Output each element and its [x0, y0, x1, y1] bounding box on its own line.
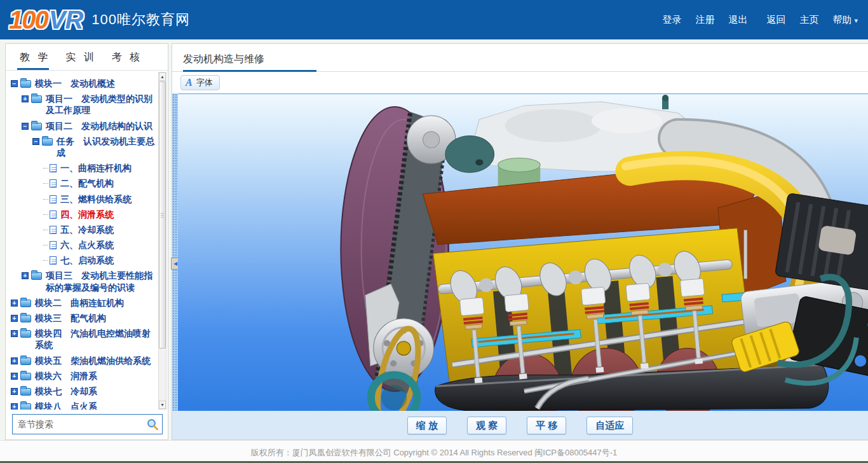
tree-item-4[interactable]: 一、曲柄连杆机构: [6, 160, 158, 176]
document-icon: [50, 195, 57, 204]
tree-item-label: 六、点火系统: [60, 239, 156, 251]
tree-item-label: 模块五 柴油机燃油供给系统: [35, 355, 156, 366]
tree-item-label: 模块三 配气机构: [35, 312, 156, 324]
tree-item-label: 项目一 发动机类型的识别及工作原理: [46, 93, 156, 116]
tree-scrollbar[interactable]: ▲ ▼: [158, 72, 166, 410]
folder-icon: [31, 272, 42, 280]
tree-guide-line: [43, 177, 48, 184]
document-icon: [50, 164, 57, 172]
tree-item-1[interactable]: +项目一 发动机类型的识别及工作原理: [6, 91, 158, 118]
expand-icon[interactable]: +: [11, 300, 18, 307]
sidebar-tab-0[interactable]: 教 学: [12, 44, 58, 70]
folder-icon: [20, 80, 31, 88]
expand-icon[interactable]: +: [11, 403, 18, 410]
collapse-icon[interactable]: −: [11, 80, 18, 87]
document-icon: [50, 211, 57, 219]
folder-icon: [20, 300, 31, 307]
header-nav: 登录注册退出返回主页帮助▾: [648, 14, 858, 26]
folder-icon: [20, 357, 31, 365]
tree-item-label: 项目三 发动机主要性能指标的掌握及编号的识读: [46, 270, 156, 293]
tree-guide-line: [43, 254, 48, 261]
collapse-icon[interactable]: −: [32, 138, 39, 145]
expand-icon[interactable]: +: [22, 95, 29, 102]
nav-item-1[interactable]: 注册: [695, 14, 714, 26]
tree-item-14[interactable]: +模块四 汽油机电控燃油喷射系统: [6, 326, 158, 352]
sidebar-splitter[interactable]: ◀: [172, 93, 178, 411]
tree-item-label: 三、燃料供给系统: [60, 193, 156, 205]
expand-icon[interactable]: +: [11, 388, 18, 395]
nav-item-5[interactable]: 帮助▾: [832, 14, 858, 26]
tree-item-7[interactable]: 四、润滑系统: [6, 207, 158, 222]
nav-item-2[interactable]: 退出: [728, 14, 747, 26]
nav-item-4[interactable]: 主页: [799, 14, 818, 26]
page-footer: 版权所有：厦门凤凰创壹软件有限公司 Copyright © 2014 All R…: [0, 440, 868, 463]
tree-item-label: 模块一 发动机概述: [35, 78, 156, 89]
folder-icon: [31, 123, 42, 130]
tree-item-label: 七、启动系统: [60, 254, 156, 266]
sidebar-tabs: 教 学实 训考 核: [6, 44, 168, 71]
tree-item-5[interactable]: 二、配气机构: [6, 176, 158, 191]
sidebar-tab-1[interactable]: 实 训: [58, 44, 104, 70]
font-button[interactable]: A 字体: [180, 75, 220, 90]
tree-guide-line: [43, 239, 48, 245]
expand-icon[interactable]: +: [22, 272, 29, 279]
viewer-button-3[interactable]: 自适应: [587, 417, 633, 434]
tree-item-label: 四、润滑系统: [60, 209, 156, 220]
tree-item-16[interactable]: +模块六 润滑系: [6, 368, 158, 384]
document-icon: [50, 256, 57, 265]
chapter-search: [12, 414, 163, 434]
tree-item-label: 五、冷却系统: [60, 224, 156, 235]
tree-item-label: 模块六 润滑系: [35, 370, 156, 382]
engine-3d-viewport[interactable]: [178, 93, 868, 411]
logo-100-text: 100: [9, 6, 48, 34]
chevron-down-icon: ▾: [854, 17, 858, 24]
tree-item-6[interactable]: 三、燃料供给系统: [6, 191, 158, 207]
tree-item-3[interactable]: −任务 认识发动机主要总成: [6, 134, 158, 160]
tree-item-13[interactable]: +模块三 配气机构: [6, 310, 158, 326]
tree-item-15[interactable]: +模块五 柴油机燃油供给系统: [6, 353, 158, 368]
tree-item-0[interactable]: −模块一 发动机概述: [6, 76, 158, 91]
tree-guide-line: [43, 209, 48, 215]
tree-item-label: 模块七 冷却系: [35, 385, 156, 397]
engine-3d-model[interactable]: [178, 94, 868, 411]
folder-icon: [20, 373, 31, 380]
site-logo[interactable]: 100 VR: [9, 6, 83, 34]
tab-engine-course[interactable]: 发动机构造与维修: [183, 44, 264, 72]
sidebar-tab-2[interactable]: 考 核: [104, 44, 150, 70]
tree-item-10[interactable]: 七、启动系统: [6, 252, 158, 268]
viewer-button-1[interactable]: 观 察: [467, 417, 506, 434]
course-sidebar: 教 学实 训考 核 −模块一 发动机概述+项目一 发动机类型的识别及工作原理−项…: [5, 43, 168, 440]
folder-icon: [20, 388, 31, 396]
expand-icon[interactable]: +: [11, 357, 18, 364]
scroll-down-icon[interactable]: ▼: [159, 401, 166, 409]
tree-item-8[interactable]: 五、冷却系统: [6, 222, 158, 237]
search-icon[interactable]: [146, 418, 159, 431]
expand-icon[interactable]: +: [11, 373, 18, 380]
expand-icon[interactable]: +: [11, 315, 18, 322]
scrollbar-thumb[interactable]: [159, 81, 166, 349]
app-header: 100 VR 100唯尔教育网 登录注册退出返回主页帮助▾: [0, 0, 868, 39]
collapse-icon[interactable]: −: [22, 123, 29, 130]
tree-item-11[interactable]: +项目三 发动机主要性能指标的掌握及编号的识读: [6, 268, 158, 294]
expand-icon[interactable]: +: [11, 330, 18, 337]
copyright-text: 版权所有：厦门凤凰创壹软件有限公司 Copyright © 2014 All R…: [251, 447, 618, 459]
tree-item-label: 项目二 发动机结构的认识: [46, 120, 156, 132]
viewer-toolbar: A 字体: [172, 72, 868, 93]
nav-item-0[interactable]: 登录: [662, 14, 681, 26]
folder-icon: [20, 403, 31, 410]
document-icon: [50, 226, 57, 234]
viewer-button-2[interactable]: 平 移: [527, 417, 566, 434]
search-input[interactable]: [12, 414, 163, 434]
tree-guide-line: [43, 193, 48, 200]
tree-item-12[interactable]: +模块二 曲柄连缸机构: [6, 295, 158, 310]
tree-item-17[interactable]: +模块七 冷却系: [6, 384, 158, 399]
viewer-button-0[interactable]: 缩 放: [407, 417, 447, 434]
tree-item-label: 任务 认识发动机主要总成: [57, 135, 156, 158]
folder-icon: [20, 330, 31, 338]
nav-item-3[interactable]: 返回: [766, 14, 785, 26]
font-a-icon: A: [186, 77, 193, 88]
tree-item-9[interactable]: 六、点火系统: [6, 237, 158, 252]
scroll-up-icon[interactable]: ▲: [159, 73, 166, 81]
tree-item-2[interactable]: −项目二 发动机结构的认识: [6, 118, 158, 134]
tree-item-18[interactable]: +模块八 点火系: [6, 399, 158, 410]
